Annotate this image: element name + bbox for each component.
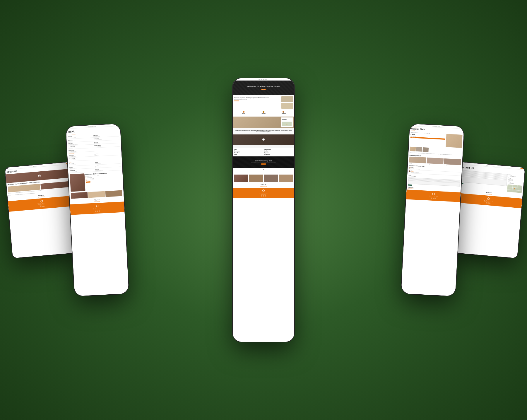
related-item-2: Coffee Book — [427, 158, 444, 165]
product-social-ig[interactable] — [432, 198, 434, 199]
review-submit-btn[interactable]: Submit — [408, 185, 412, 186]
contact-footer-menu[interactable]: Menu — [486, 200, 487, 201]
nav-home[interactable]: Home — [33, 166, 35, 166]
footer-contact[interactable]: Contact — [44, 203, 46, 204]
contact-nav-contact[interactable]: Contact — [492, 165, 495, 166]
hero-bg — [233, 81, 294, 95]
contact-footer-shop[interactable]: Shop — [484, 200, 485, 201]
product-thumb-3[interactable] — [422, 147, 429, 152]
home-footer-contact[interactable]: Contact — [266, 192, 268, 193]
product-nav-menu[interactable]: Menu — [434, 126, 436, 126]
footer-menu[interactable]: Menu — [40, 203, 41, 204]
nav-blog[interactable]: Blog — [37, 165, 38, 166]
menu-nav-contact[interactable]: Contact — [94, 126, 96, 126]
product-thumb-1[interactable] — [410, 147, 416, 151]
quote-mark: " — [234, 170, 293, 171]
nav-contact[interactable]: Contact — [39, 165, 41, 166]
contact-nav-menu[interactable]: Menu — [489, 165, 490, 166]
related-img-1[interactable] — [409, 156, 426, 163]
social-fb[interactable] — [40, 206, 41, 207]
home-nav-menu[interactable]: Menu — [261, 79, 262, 80]
home-features: ☕ Tasting Expert tasting and quality con… — [233, 110, 294, 117]
menu-footer-img-3 — [105, 190, 122, 197]
contact-social-tw[interactable] — [489, 203, 490, 204]
menu-footer-social — [95, 211, 100, 212]
home-social-ig[interactable] — [263, 195, 264, 197]
contact-social-fb[interactable] — [486, 202, 487, 204]
home-follow-handle[interactable]: @divicoffeeshaa — [234, 186, 293, 187]
contact-nav-blog[interactable]: Blog — [491, 165, 492, 166]
product-footer-about[interactable]: About — [433, 196, 435, 197]
contact-nav-btn[interactable]: Order — [521, 168, 524, 169]
screen-product: ☕ Home Menu Blog Contact Order SHOP > PR… — [401, 124, 464, 296]
about-footer-logo — [40, 200, 43, 203]
menu-footer-menu[interactable]: Menu — [95, 208, 96, 208]
related-img-3[interactable] — [444, 158, 461, 165]
home-nav-btn[interactable]: Order — [290, 79, 293, 80]
product-nav-btn[interactable]: Order — [460, 127, 463, 128]
menu-nav-home[interactable]: Home — [88, 126, 90, 127]
play-button[interactable] — [38, 175, 41, 177]
menu-item-latte: Latte — [234, 148, 263, 150]
footer-shop[interactable]: Shop — [37, 203, 39, 204]
product-thumb-2[interactable] — [416, 147, 422, 152]
device-mid-left: ☕ Home Menu Blog Contact Order MENU ESPR… — [66, 124, 129, 296]
product-footer-contact[interactable]: Contact — [436, 196, 438, 197]
menu-nav-btn[interactable]: Order — [116, 124, 119, 126]
contact-footer-about[interactable]: About — [488, 200, 490, 201]
home-footer-about[interactable]: About — [264, 192, 265, 193]
product-footer-logo — [432, 193, 434, 195]
menu-nav-menu[interactable]: Menu — [90, 126, 92, 127]
home-nav-contact[interactable]: Contact — [265, 79, 267, 80]
home-nav-blog[interactable]: Blog — [263, 79, 264, 80]
product-social-fb[interactable] — [431, 198, 432, 199]
opt-xl[interactable]: XL — [415, 136, 416, 136]
related-img-2[interactable] — [427, 158, 444, 164]
menu-nav-blog[interactable]: Blog — [92, 126, 93, 127]
product-social-tw[interactable] — [434, 198, 435, 199]
join-btn[interactable]: Join Now — [261, 163, 266, 165]
home-follow-section: Follow Us @divicoffeeshaa — [233, 183, 294, 188]
feature-community: 👥 Community Building coffee community — [274, 111, 293, 115]
menu-item-americano: Americano — [234, 150, 263, 152]
opt-l[interactable]: L — [415, 136, 415, 136]
story-btn[interactable]: Learn More — [234, 100, 239, 102]
menu-social-tw[interactable] — [99, 211, 100, 212]
menu-footer-contact[interactable]: Contact — [100, 207, 102, 208]
home-social-fb[interactable] — [261, 195, 262, 197]
home-story-section: OUR STORY Experience our journey of craf… — [233, 95, 294, 110]
menu-social-ig[interactable] — [97, 211, 98, 212]
menu-footer-about[interactable]: About — [97, 208, 99, 208]
product-footer-shop[interactable]: Shop — [429, 196, 430, 196]
product-nav-contact[interactable]: Contact — [438, 126, 440, 127]
product-nav-blog[interactable]: Blog — [436, 126, 437, 127]
story-heading: Experience our journey of crafting excep… — [234, 97, 280, 99]
contact-social-ig[interactable] — [487, 202, 489, 204]
menu-col-1: Latte Americano Pour Over Bagel — [234, 148, 263, 156]
product-logo: ☕ — [411, 124, 413, 126]
become-btn[interactable]: Join Now — [86, 181, 90, 183]
nav-menu[interactable]: Menu — [35, 166, 37, 166]
contact-nav-home[interactable]: Home — [486, 165, 488, 166]
community-icon: 👥 — [283, 111, 284, 113]
home-photo-section: Find Us 123 Coffee Street — [233, 117, 294, 128]
product-footer-social — [431, 198, 435, 199]
menu-social-fb[interactable] — [95, 211, 96, 212]
product-nav-home[interactable]: Home — [432, 126, 434, 126]
hero-btn[interactable]: Order Now — [261, 89, 266, 90]
opt-m[interactable]: M — [413, 136, 414, 136]
home-social-tw[interactable] — [265, 195, 266, 197]
social-ig[interactable] — [42, 206, 43, 207]
contact-footer-contact[interactable]: Contact — [491, 201, 493, 202]
home-nav-home[interactable]: Home — [259, 79, 260, 80]
social-tw[interactable] — [43, 206, 45, 207]
home-nav: ☕ Home Menu Blog Contact Order — [233, 78, 294, 81]
home-footer-menu[interactable]: Menu — [261, 192, 263, 193]
product-footer-menu[interactable]: Menu — [431, 196, 432, 196]
home-mission: We believe that great coffee starts with… — [233, 128, 294, 134]
footer-about[interactable]: About — [42, 203, 43, 204]
opt-s[interactable]: S — [413, 136, 413, 136]
story-label: OUR STORY — [234, 96, 280, 97]
menu-footer-shop[interactable]: Shop — [93, 208, 94, 209]
home-footer-shop[interactable]: Shop — [259, 192, 261, 193]
